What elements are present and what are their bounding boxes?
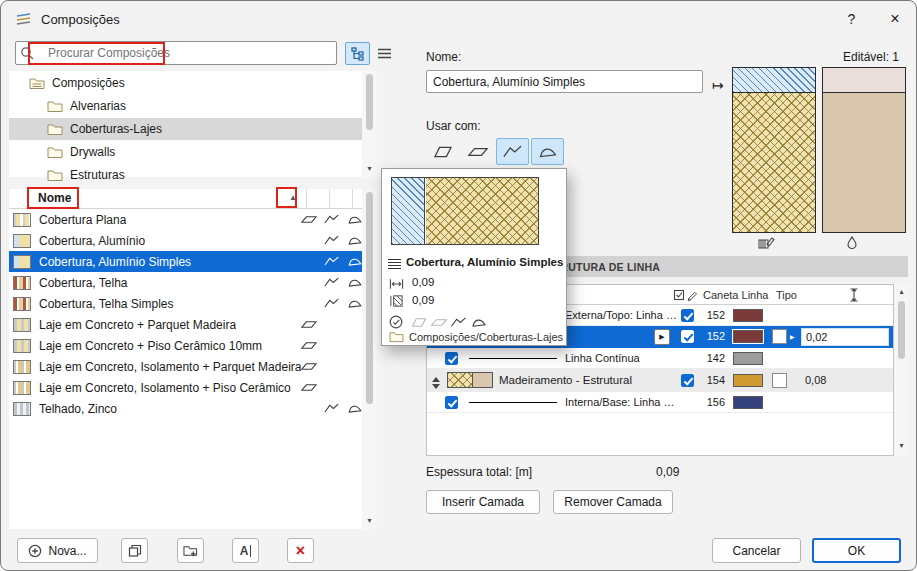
remove-skin-button[interactable]: Remover Camada [553, 490, 673, 514]
pen-color-swatch[interactable] [733, 309, 763, 322]
name-label: Nome: [426, 50, 461, 64]
composite-thumbnail [13, 297, 31, 311]
roof-icon [324, 234, 340, 247]
row-expander-button[interactable]: ▶ [654, 329, 670, 345]
shell-icon [347, 276, 363, 289]
list-item[interactable]: Cobertura, Telha Simples [9, 293, 362, 314]
use-with-label: Usar com: [426, 119, 481, 133]
tree-item-label: Composições [52, 76, 125, 90]
pen-color-swatch[interactable] [733, 352, 763, 365]
list-scrollbar[interactable]: ▾ [362, 189, 377, 529]
scroll-up-icon[interactable]: ▴ [896, 288, 907, 296]
use-with-roof-button[interactable] [496, 138, 529, 165]
dialog-title: Composições [41, 12, 120, 27]
pen-color-swatch[interactable] [733, 330, 763, 343]
cancel-button[interactable]: Cancelar [712, 538, 801, 563]
drag-handle-icon[interactable] [432, 373, 440, 393]
line-visibility-checkbox[interactable] [445, 352, 458, 365]
name-input[interactable] [426, 70, 703, 93]
cut-fill-pens-icon[interactable] [758, 235, 775, 250]
insert-skin-button[interactable]: Inserir Camada [426, 490, 540, 514]
list-item[interactable]: Cobertura, Alumínio [9, 230, 362, 251]
pen-color-swatch[interactable] [733, 374, 763, 387]
tree-scrollbar[interactable]: ▾ [362, 71, 377, 177]
skin-madeiramento-cut [733, 93, 815, 232]
folder-icon [47, 145, 63, 159]
pen-column-header: Caneta Linha [703, 289, 768, 301]
list-item[interactable]: Cobertura Plana [9, 209, 362, 230]
shell-icon [347, 255, 363, 268]
roof-icon [450, 316, 468, 329]
composite-thumbnail [13, 318, 31, 332]
list-view-icon [377, 47, 392, 60]
scroll-down-icon[interactable]: ▾ [896, 442, 907, 450]
roof-icon [324, 402, 340, 415]
skin-thickness[interactable]: 0,08 [805, 369, 826, 392]
tree-item-estruturas[interactable]: Estruturas [9, 164, 362, 186]
skin-aluminio-cut [733, 68, 815, 93]
tree-item-alvenarias[interactable]: Alvenarias [9, 95, 362, 117]
list-item[interactable]: Laje em Concreto, Isolamento + Piso Cerâ… [9, 377, 362, 398]
thickness-input[interactable] [801, 328, 889, 346]
list-header[interactable]: Nome ▲ [9, 189, 377, 209]
ok-button[interactable]: OK [812, 538, 901, 563]
tree-item-label: Estruturas [70, 168, 125, 182]
rename-button[interactable]: A [232, 538, 259, 563]
new-folder-icon [183, 544, 198, 558]
sort-ascending-icon[interactable]: ▲ [289, 193, 297, 202]
total-thickness-label: Espessura total: [m] [426, 465, 532, 479]
use-with-shell-button[interactable] [531, 138, 564, 165]
skin-fill-thumbnail[interactable] [447, 372, 473, 388]
tree-view-toggle[interactable] [345, 42, 370, 65]
tree-scrollbar-thumb[interactable] [366, 74, 373, 130]
roof-icon [324, 213, 340, 226]
wall-icon [410, 316, 428, 329]
shell-icon [347, 213, 363, 226]
duplicate-button[interactable] [121, 538, 148, 563]
table-scrollbar[interactable]: ▴ ▾ [894, 284, 909, 456]
tree-item-root[interactable]: Composições [9, 72, 362, 94]
list-scrollbar-thumb[interactable] [366, 192, 373, 404]
slab-icon [301, 360, 317, 373]
close-button[interactable]: × [873, 2, 917, 36]
shell-icon [347, 297, 363, 310]
plus-circle-icon [28, 544, 42, 558]
list-item[interactable]: Telhado, Zinco [9, 398, 362, 419]
use-with-slab-button[interactable] [461, 138, 494, 165]
type-expander-icon[interactable]: ▶ [790, 333, 795, 340]
line-visibility-checkbox[interactable] [445, 396, 458, 409]
search-input[interactable] [15, 41, 337, 65]
folder-icon [47, 168, 63, 182]
pen-color-swatch[interactable] [733, 396, 763, 409]
check-circle-icon [389, 315, 403, 329]
scroll-down-icon[interactable]: ▾ [364, 517, 375, 525]
checkbox-column-icon [673, 289, 685, 301]
fill-type-button[interactable] [772, 373, 787, 388]
line-type-button[interactable] [772, 329, 787, 344]
surfaces-icon[interactable] [844, 235, 860, 251]
preview-skin-column-surface [822, 67, 906, 233]
list-item[interactable]: Laje em Concreto, Isolamento + Parquet M… [9, 356, 362, 377]
list-item[interactable]: Laje em Concreto + Piso Cerâmico 10mm [9, 335, 362, 356]
use-with-wall-button[interactable] [426, 138, 459, 165]
separator-line-row[interactable]: Linha Contínua 142 [427, 348, 893, 369]
delete-button[interactable]: × [287, 538, 314, 563]
list-item[interactable]: Cobertura, Telha [9, 272, 362, 293]
tree-item-label: Drywalls [70, 145, 115, 159]
new-button[interactable]: Nova... [17, 538, 98, 563]
help-button[interactable]: ? [830, 2, 873, 36]
list-view-toggle[interactable] [372, 42, 397, 65]
name-column-header[interactable]: Nome [38, 191, 71, 205]
tree-view-icon [351, 47, 365, 61]
table-scrollbar-thumb[interactable] [898, 301, 905, 359]
composite-thumbnail [13, 234, 31, 248]
skin-surface-thumbnail[interactable] [473, 372, 493, 388]
tree-item-drywalls[interactable]: Drywalls [9, 141, 362, 163]
tree-item-coberturas-lajes[interactable]: Coberturas-Lajes [9, 118, 362, 140]
new-folder-button[interactable] [177, 538, 204, 563]
separator-line-row[interactable]: Interna/Base: Linha Contínua 156 [427, 392, 893, 413]
skin-row[interactable]: Madeiramento - Estrutural 154 0,08 [427, 369, 893, 392]
scroll-down-icon[interactable]: ▾ [364, 165, 375, 173]
list-item[interactable]: Laje em Concreto + Parquet Madeira [9, 314, 362, 335]
list-item-selected[interactable]: Cobertura, Alumínio Simples [9, 251, 362, 272]
